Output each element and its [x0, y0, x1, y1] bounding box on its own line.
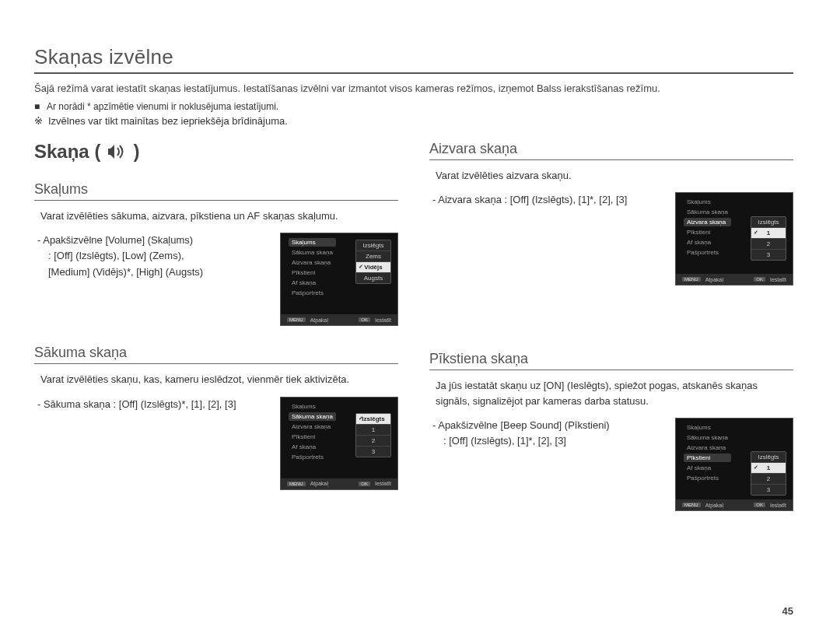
speaker-icon: [107, 143, 127, 160]
skalums-desc: Varat izvēlēties sākuma, aizvara, pīksti…: [40, 208, 398, 224]
ui-menu-item: Pīkstieni: [684, 454, 731, 462]
ui-menu-item: Aizvara skaņa: [684, 443, 731, 452]
aizvara-desc: Varat izvēlēties aizvara skaņu.: [436, 168, 793, 184]
sakuma-ui-mock: Skaļums Sākuma skaņa Aizvara skaņa Pīkst…: [280, 397, 398, 490]
ui-foot-menu-tag: MENU: [287, 482, 306, 486]
ui-menu-item: Aizvara skaņa: [289, 422, 336, 431]
pikstiena-opt-line2: : [Off] (Izslēgts), [1]*, [2], [3]: [443, 433, 664, 449]
ui-box-item: Zems: [356, 251, 390, 262]
skana-title-close: ): [133, 141, 139, 163]
ui-foot-menu-tag: MENU: [682, 277, 701, 282]
ui-box-item: 3: [751, 485, 786, 495]
note-disclaimer-text: Izvēlnes var tikt mainītas bez iepriekšē…: [48, 115, 288, 127]
ui-menu-item: Sākuma skaņa: [684, 208, 731, 216]
skalums-opt-line1: - Apakšizvēlne [Volume] (Skaļums): [37, 233, 269, 248]
ui-menu-item: Af skaņa: [684, 238, 731, 247]
page-number: 45: [782, 605, 793, 617]
ui-foot-ok-tag: OK: [754, 277, 765, 282]
pikstiena-opt-line1: - Apakšizvēlne [Beep Sound] (Pīkstieni): [432, 418, 664, 433]
ui-foot-menu-tag: MENU: [287, 317, 306, 322]
ui-foot-ok-tag: OK: [754, 503, 765, 507]
ui-foot-set: Iestatīt: [375, 481, 391, 486]
ui-foot-back: Atpakaļ: [310, 481, 328, 486]
ui-menu-item: Pašportrets: [684, 474, 731, 482]
pikstiena-options: - Apakšizvēlne [Beep Sound] (Pīkstieni) …: [436, 418, 664, 449]
ui-box-item: 3: [751, 250, 786, 260]
aizvara-opt-line: - Aizvara skaņa : [Off] (Izslēgts), [1]*…: [432, 192, 664, 208]
ui-foot-ok-tag: OK: [359, 317, 370, 322]
left-column: Skaņa ( ) Skaļums Varat izvēlēties sākum…: [34, 141, 398, 531]
aizvara-ui-mock: Skaļums Sākuma skaņa Aizvara skaņa Pīkst…: [675, 192, 793, 285]
skalums-opt-line2: : [Off] (Izslēgts), [Low] (Zems),: [48, 248, 269, 264]
ui-foot-back: Atpakaļ: [705, 503, 723, 508]
ui-menu-item: Skaļums: [684, 423, 731, 432]
ui-menu-item: Skaļums: [684, 198, 731, 206]
ui-foot-set: Iestatīt: [770, 503, 786, 508]
right-column: Aizvara skaņa Varat izvēlēties aizvara s…: [429, 141, 793, 531]
ui-menu-item: Pašportrets: [289, 453, 336, 461]
ui-box-item: Vidējs: [356, 262, 390, 273]
sakuma-opt-line: - Sākuma skaņa : [Off] (Izslēgts)*, [1],…: [37, 397, 269, 412]
skalums-opt-line3: [Medium] (Vidējs)*, [High] (Augsts): [48, 264, 269, 280]
ui-foot-ok-tag: OK: [359, 482, 370, 486]
note-disclaimer: ※ Izvēlnes var tikt mainītas bez iepriek…: [34, 115, 793, 127]
ui-box-item: 2: [751, 239, 786, 250]
ui-menu-item: Aizvara skaņa: [289, 258, 336, 267]
ui-menu-item: Sākuma skaņa: [289, 412, 336, 421]
ui-menu-item: Pīkstieni: [684, 228, 731, 236]
sakuma-options: - Sākuma skaņa : [Off] (Izslēgts)*, [1],…: [40, 397, 269, 412]
ui-menu-item: Pīkstieni: [289, 268, 336, 277]
ui-box-item: Izslēgts: [751, 452, 786, 463]
skana-title-open: Skaņa (: [34, 141, 100, 163]
aizvara-heading: Aizvara skaņa: [429, 141, 793, 160]
ui-box-item: 2: [751, 474, 786, 485]
reference-mark-icon: ※: [34, 115, 48, 127]
ui-box-item: 1: [751, 463, 786, 474]
ui-box-item: Izslēgts: [356, 240, 390, 251]
ui-foot-set: Iestatīt: [375, 317, 391, 323]
ui-menu-item: Af skaņa: [289, 278, 336, 287]
sakuma-heading: Sākuma skaņa: [34, 345, 398, 364]
ui-menu-item: Aizvara skaņa: [684, 218, 731, 226]
ui-box-item: Izslēgts: [751, 217, 786, 228]
ui-menu-item: Pašportrets: [289, 289, 336, 297]
page-title: Skaņas izvēlne: [34, 45, 793, 74]
ui-box-item: Augsts: [356, 273, 390, 283]
ui-menu-item: Pašportrets: [684, 248, 731, 257]
ui-box-item: 2: [356, 436, 390, 447]
ui-foot-back: Atpakaļ: [705, 277, 723, 282]
ui-box-item: 1: [751, 228, 786, 239]
aizvara-options: - Aizvara skaņa : [Off] (Izslēgts), [1]*…: [436, 192, 664, 208]
ui-menu-item: Skaļums: [289, 402, 336, 411]
pikstiena-heading: Pīkstiena skaņa: [429, 351, 793, 370]
ui-menu-item: Skaļums: [289, 238, 336, 247]
pikstiena-ui-mock: Skaļums Sākuma skaņa Aizvara skaņa Pīkst…: [675, 418, 793, 511]
skalums-ui-mock: Skaļums Sākuma skaņa Aizvara skaņa Pīkst…: [280, 233, 398, 326]
ui-foot-set: Iestatīt: [770, 277, 786, 282]
section-skana-heading: Skaņa ( ): [34, 141, 398, 163]
ui-menu-item: Af skaņa: [289, 443, 336, 451]
pikstiena-desc: Ja jūs iestatāt skaņu uz [ON] (Ieslēgts)…: [436, 378, 793, 408]
skalums-heading: Skaļums: [34, 181, 398, 201]
ui-menu-item: Pīkstieni: [289, 433, 336, 441]
ui-box-item: Izslēgts: [356, 414, 390, 425]
ui-foot-back: Atpakaļ: [310, 317, 328, 323]
note-defaults: ■ Ar norādi * apzīmētie vienumi ir noklu…: [34, 101, 793, 112]
ui-menu-item: Sākuma skaņa: [289, 248, 336, 257]
skalums-options: - Apakšizvēlne [Volume] (Skaļums) : [Off…: [40, 233, 269, 279]
ui-menu-item: Sākuma skaņa: [684, 433, 731, 442]
ui-box-item: 1: [356, 425, 390, 436]
ui-foot-menu-tag: MENU: [682, 503, 701, 507]
ui-box-item: 3: [356, 447, 390, 457]
ui-menu-item: Af skaņa: [684, 464, 731, 472]
intro-text: Šajā režīmā varat iestatīt skaņas iestat…: [34, 82, 793, 96]
note-defaults-text: Ar norādi * apzīmētie vienumi ir noklusē…: [47, 101, 278, 112]
square-bullet-icon: ■: [34, 101, 47, 112]
sakuma-desc: Varat izvēlēties skaņu, kas, kameru iesl…: [40, 372, 398, 387]
